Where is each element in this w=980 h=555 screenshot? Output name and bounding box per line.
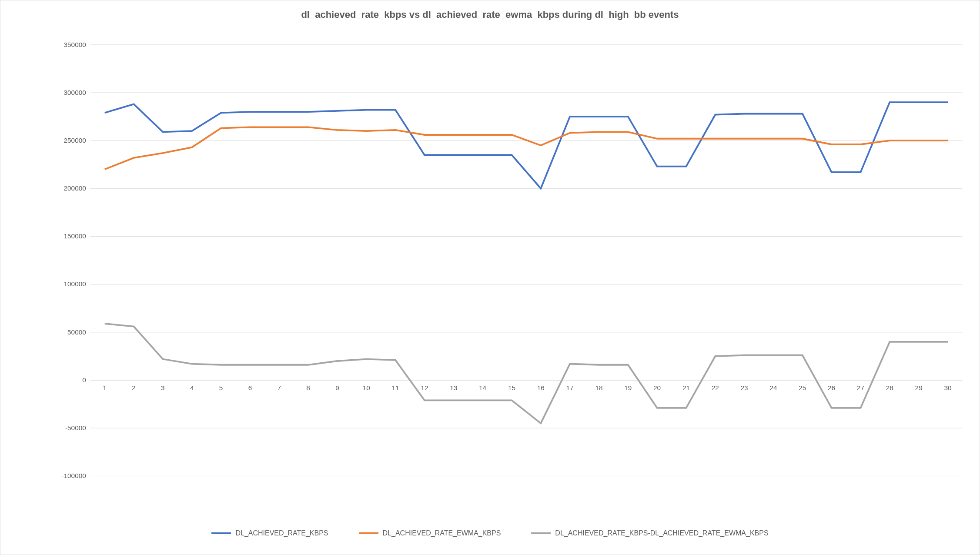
svg-text:21: 21 <box>682 384 690 391</box>
legend-label: DL_ACHIEVED_RATE_KBPS <box>235 529 328 537</box>
svg-text:3: 3 <box>161 384 165 391</box>
svg-text:14: 14 <box>479 384 487 391</box>
svg-text:17: 17 <box>566 384 574 391</box>
svg-text:2: 2 <box>132 384 136 391</box>
svg-text:25: 25 <box>799 384 806 391</box>
chart-title: dl_achieved_rate_kbps vs dl_achieved_rat… <box>0 9 980 20</box>
svg-text:0: 0 <box>82 376 86 384</box>
legend-swatch <box>211 532 231 534</box>
legend-swatch <box>359 532 378 534</box>
svg-text:5: 5 <box>219 384 223 391</box>
chart-container: dl_achieved_rate_kbps vs dl_achieved_rat… <box>0 0 980 555</box>
svg-text:6: 6 <box>248 384 252 391</box>
svg-text:20: 20 <box>653 384 661 391</box>
legend-label: DL_ACHIEVED_RATE_KBPS-DL_ACHIEVED_RATE_E… <box>555 529 768 537</box>
svg-text:100000: 100000 <box>64 280 86 288</box>
svg-text:350000: 350000 <box>64 41 86 48</box>
svg-text:250000: 250000 <box>64 137 86 144</box>
svg-text:11: 11 <box>392 384 399 391</box>
legend-item: DL_ACHIEVED_RATE_EWMA_KBPS <box>359 529 501 537</box>
svg-text:26: 26 <box>828 384 835 391</box>
svg-text:15: 15 <box>508 384 515 391</box>
svg-text:-100000: -100000 <box>61 472 86 479</box>
svg-text:12: 12 <box>421 384 428 391</box>
svg-text:9: 9 <box>335 384 339 391</box>
legend: DL_ACHIEVED_RATE_KBPSDL_ACHIEVED_RATE_EW… <box>0 529 980 537</box>
svg-text:23: 23 <box>741 384 748 391</box>
svg-text:30: 30 <box>944 384 951 391</box>
legend-item: DL_ACHIEVED_RATE_KBPS <box>211 529 328 537</box>
legend-swatch <box>531 532 551 534</box>
legend-label: DL_ACHIEVED_RATE_EWMA_KBPS <box>383 529 501 537</box>
svg-text:24: 24 <box>769 384 777 391</box>
svg-text:200000: 200000 <box>64 184 86 192</box>
chart-svg: -100000-50000050000100000150000200000250… <box>53 31 967 502</box>
svg-text:13: 13 <box>450 384 457 391</box>
svg-text:4: 4 <box>190 384 194 391</box>
svg-text:7: 7 <box>277 384 281 391</box>
svg-text:16: 16 <box>537 384 545 391</box>
svg-text:300000: 300000 <box>64 89 86 96</box>
plot-area: -100000-50000050000100000150000200000250… <box>53 31 967 502</box>
svg-text:-50000: -50000 <box>65 424 86 431</box>
svg-text:27: 27 <box>857 384 864 391</box>
svg-text:10: 10 <box>363 384 370 391</box>
svg-text:50000: 50000 <box>67 328 86 336</box>
legend-item: DL_ACHIEVED_RATE_KBPS-DL_ACHIEVED_RATE_E… <box>531 529 768 537</box>
svg-text:19: 19 <box>624 384 632 391</box>
svg-text:22: 22 <box>712 384 719 391</box>
svg-text:8: 8 <box>306 384 310 391</box>
svg-text:18: 18 <box>595 384 602 391</box>
svg-text:28: 28 <box>886 384 893 391</box>
svg-text:150000: 150000 <box>64 232 86 240</box>
svg-text:1: 1 <box>103 384 107 391</box>
svg-text:29: 29 <box>915 384 923 391</box>
